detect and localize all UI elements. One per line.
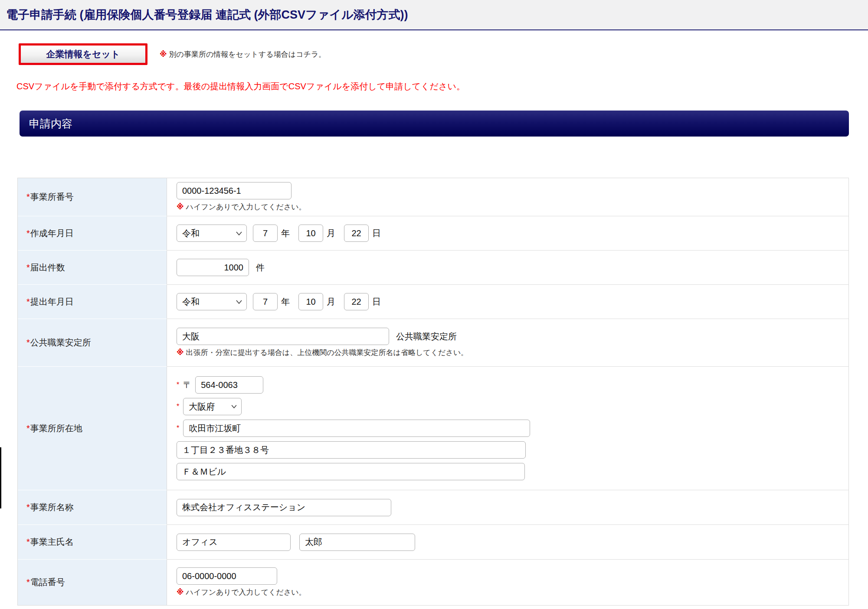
created-date-label: *作成年月日 xyxy=(18,216,167,251)
employment-office-label: *公共職業安定所 xyxy=(18,319,167,367)
row-office-number: *事業所番号 ※ハイフンありで入力してください。 xyxy=(18,178,848,216)
row-office-address: *事業所所在地 * 〒 * 大阪府 * xyxy=(18,367,848,490)
owner-first-name-input[interactable] xyxy=(299,534,415,551)
created-date-era-select[interactable]: 令和 xyxy=(177,225,247,242)
phone-number-note: ※ハイフンありで入力してください。 xyxy=(177,587,848,597)
postal-mark: 〒 xyxy=(183,379,192,391)
address-city-input[interactable] xyxy=(183,420,530,437)
application-form-table: *事業所番号 ※ハイフンありで入力してください。 *作成年月日 令和 xyxy=(17,178,849,606)
office-name-label: *事業所名称 xyxy=(18,490,167,525)
page-header: 電子申請手続 (雇用保険個人番号登録届 連記式 (外部CSVファイル添付方式)) xyxy=(0,0,868,30)
office-number-label: *事業所番号 xyxy=(18,178,167,216)
row-submit-date: *提出年月日 令和 年 月 日 xyxy=(18,285,848,319)
report-count-label: *届出件数 xyxy=(18,251,167,285)
toolbar: 企業情報をセット ※別の事業所の情報をセットする場合はコチラ。 xyxy=(19,43,868,65)
report-count-input[interactable] xyxy=(177,259,249,276)
chevron-down-icon xyxy=(231,405,237,408)
set-company-info-button[interactable]: 企業情報をセット xyxy=(19,43,147,65)
employment-office-input[interactable] xyxy=(177,328,389,345)
address-building-input[interactable] xyxy=(177,463,525,480)
submit-date-year-input[interactable] xyxy=(253,293,278,310)
office-address-label: *事業所所在地 xyxy=(18,367,167,490)
month-unit: 月 xyxy=(327,296,335,308)
prefecture-select[interactable]: 大阪府 xyxy=(183,398,242,415)
count-unit: 件 xyxy=(256,262,265,274)
csv-attach-notice: CSVファイルを手動で添付する方式です。最後の提出情報入力画面でCSVファイルを… xyxy=(16,81,868,92)
year-unit: 年 xyxy=(281,228,290,239)
month-unit: 月 xyxy=(327,228,335,239)
row-owner-name: *事業主氏名 xyxy=(18,525,848,560)
created-date-year-input[interactable] xyxy=(253,225,278,242)
submit-date-month-input[interactable] xyxy=(298,293,323,310)
day-unit: 日 xyxy=(372,228,381,239)
note-marker: ※ xyxy=(177,348,184,357)
owner-last-name-input[interactable] xyxy=(177,534,291,551)
note-marker: ※ xyxy=(160,50,167,59)
note-marker: ※ xyxy=(177,588,184,597)
phone-number-label: *電話番号 xyxy=(18,560,167,605)
left-edge-artifact xyxy=(0,447,1,508)
day-unit: 日 xyxy=(372,296,381,308)
phone-number-input[interactable] xyxy=(177,567,277,585)
page-title: 電子申請手続 (雇用保険個人番号登録届 連記式 (外部CSVファイル添付方式)) xyxy=(6,7,408,23)
row-employment-office: *公共職業安定所 公共職業安定所 ※出張所・分室に提出する場合は、上位機関の公共… xyxy=(18,319,848,367)
set-company-note: ※別の事業所の情報をセットする場合はコチラ。 xyxy=(160,49,326,59)
created-date-day-input[interactable] xyxy=(344,225,369,242)
office-number-input[interactable] xyxy=(177,182,292,199)
employment-office-suffix: 公共職業安定所 xyxy=(396,331,457,342)
submit-date-day-input[interactable] xyxy=(344,293,369,310)
row-created-date: *作成年月日 令和 年 月 日 xyxy=(18,216,848,251)
section-title: 申請内容 xyxy=(29,117,72,131)
chevron-down-icon xyxy=(236,231,242,235)
row-office-name: *事業所名称 xyxy=(18,490,848,525)
postal-code-input[interactable] xyxy=(195,376,263,394)
chevron-down-icon xyxy=(236,300,242,304)
owner-name-label: *事業主氏名 xyxy=(18,525,167,560)
submit-date-label: *提出年月日 xyxy=(18,285,167,319)
employment-office-note: ※出張所・分室に提出する場合は、上位機関の公共職業安定所名は省略してください。 xyxy=(177,348,848,358)
submit-date-era-select[interactable]: 令和 xyxy=(177,293,247,310)
year-unit: 年 xyxy=(281,296,290,308)
address-street-input[interactable] xyxy=(177,441,526,459)
row-report-count: *届出件数 件 xyxy=(18,251,848,285)
section-header-application-content: 申請内容 xyxy=(20,111,849,137)
row-phone-number: *電話番号 ※ハイフンありで入力してください。 xyxy=(18,560,848,605)
created-date-month-input[interactable] xyxy=(298,225,323,242)
office-name-input[interactable] xyxy=(177,499,391,516)
note-marker: ※ xyxy=(177,202,184,212)
office-number-note: ※ハイフンありで入力してください。 xyxy=(177,202,848,212)
